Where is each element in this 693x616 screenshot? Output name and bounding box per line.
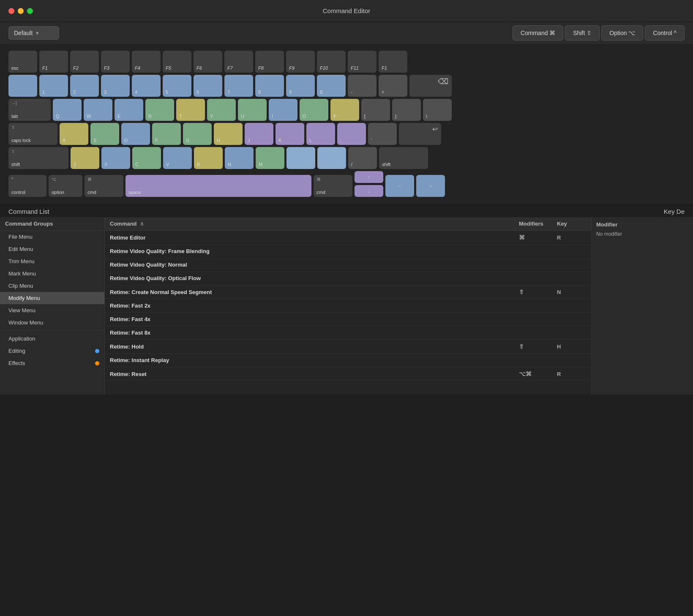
key-f6[interactable]: F6	[194, 51, 222, 73]
key-control[interactable]: ^ control	[8, 175, 46, 197]
group-item-edit-menu[interactable]: Edit Menu	[0, 243, 104, 255]
key-esc[interactable]: esc	[8, 51, 37, 73]
fullscreen-button[interactable]	[27, 8, 33, 14]
table-row[interactable]: Retime: Fast 8x	[105, 326, 592, 340]
option-modifier-btn[interactable]: Option ⌥	[601, 25, 643, 41]
key-rbracket[interactable]: ]	[392, 99, 421, 121]
col-header-key[interactable]: Key	[557, 221, 587, 227]
key-i[interactable]: I	[269, 99, 297, 121]
key-g[interactable]: G	[183, 123, 212, 145]
key-p[interactable]: P	[330, 99, 359, 121]
group-item-modify-menu[interactable]: Modify Menu	[0, 292, 104, 304]
key-f7[interactable]: F7	[224, 51, 253, 73]
key-o[interactable]: O	[300, 99, 328, 121]
key-equals[interactable]: =	[379, 75, 407, 97]
command-modifier-btn[interactable]: Command ⌘	[513, 25, 563, 41]
key-b[interactable]: B	[194, 147, 223, 169]
group-item-application[interactable]: Application	[0, 333, 104, 345]
key-h[interactable]: H	[214, 123, 243, 145]
group-item-file-menu[interactable]: File Menu	[0, 231, 104, 243]
key-c[interactable]: C	[132, 147, 161, 169]
group-item-editing[interactable]: Editing	[0, 345, 104, 357]
key-v[interactable]: V	[163, 147, 192, 169]
key-q[interactable]: Q	[53, 99, 82, 121]
key-minus[interactable]: -	[348, 75, 377, 97]
key-j[interactable]: J	[245, 123, 273, 145]
key-x[interactable]: X	[101, 147, 130, 169]
key-1[interactable]: 1	[39, 75, 68, 97]
key-period[interactable]: .	[317, 147, 346, 169]
key-arr-left[interactable]: ←	[385, 175, 414, 197]
key-slash[interactable]: /	[348, 147, 377, 169]
key-e[interactable]: E	[115, 99, 143, 121]
key-space[interactable]: space	[126, 175, 311, 197]
key-lcmd[interactable]: ⌘ cmd	[85, 175, 123, 197]
key-f8[interactable]: F8	[255, 51, 284, 73]
key-f1[interactable]: F1	[39, 51, 68, 73]
table-row[interactable]: Retime Video Quality: Normal	[105, 258, 592, 272]
preset-select[interactable]: Default ▼	[8, 26, 59, 40]
key-8[interactable]: 8	[255, 75, 284, 97]
group-item-window-menu[interactable]: Window Menu	[0, 316, 104, 329]
key-capslock[interactable]: ⇪ caps lock	[8, 123, 57, 145]
key-w[interactable]: W	[84, 99, 112, 121]
key-f[interactable]: F	[152, 123, 181, 145]
key-arr-down[interactable]: ↓	[355, 185, 383, 197]
table-row[interactable]: Retime: Create Normal Speed Segment ⇧ N	[105, 285, 592, 299]
key-backslash[interactable]: \	[423, 99, 452, 121]
close-button[interactable]	[8, 8, 14, 14]
key-f3[interactable]: F3	[101, 51, 130, 73]
shift-modifier-btn[interactable]: Shift ⇧	[565, 25, 600, 41]
key-f12[interactable]: F1	[379, 51, 407, 73]
key-z[interactable]: Z	[71, 147, 99, 169]
control-modifier-btn[interactable]: Control ^	[645, 25, 685, 41]
table-row[interactable]: Retime: Reset ⌥⌘ R	[105, 367, 592, 381]
key-f9[interactable]: F9	[286, 51, 315, 73]
key-5[interactable]: 5	[163, 75, 191, 97]
key-tab[interactable]: →| tab	[8, 99, 51, 121]
key-s[interactable]: S	[90, 123, 119, 145]
group-item-trim-menu[interactable]: Trim Menu	[0, 255, 104, 267]
key-d[interactable]: D	[121, 123, 150, 145]
key-backtick[interactable]: `	[8, 75, 37, 97]
key-arr-right[interactable]: →	[416, 175, 445, 197]
key-lshift[interactable]: ⇧ shift	[8, 147, 68, 169]
table-row[interactable]: Retime: Hold ⇧ H	[105, 340, 592, 354]
key-f11[interactable]: F11	[348, 51, 377, 73]
key-n[interactable]: N	[225, 147, 254, 169]
key-u[interactable]: U	[238, 99, 267, 121]
table-row[interactable]: Retime: Instant Replay	[105, 354, 592, 367]
key-rcmd[interactable]: ⌘ cmd	[314, 175, 352, 197]
key-2[interactable]: 2	[70, 75, 99, 97]
key-y[interactable]: Y	[207, 99, 236, 121]
key-0[interactable]: 0	[317, 75, 346, 97]
key-semicolon[interactable]: ;	[337, 123, 366, 145]
table-row[interactable]: Retime Video Quality: Optical Flow	[105, 272, 592, 285]
key-lbracket[interactable]: [	[361, 99, 390, 121]
key-6[interactable]: 6	[194, 75, 222, 97]
key-9[interactable]: 9	[286, 75, 315, 97]
key-t[interactable]: T	[176, 99, 205, 121]
table-row[interactable]: Retime Video Quality: Frame Blending	[105, 245, 592, 258]
group-item-clip-menu[interactable]: Clip Menu	[0, 280, 104, 292]
key-3[interactable]: 3	[101, 75, 130, 97]
key-f5[interactable]: F5	[163, 51, 191, 73]
key-arr-up[interactable]: ↑	[355, 171, 383, 183]
key-return[interactable]: ↩	[399, 123, 441, 145]
group-item-mark-menu[interactable]: Mark Menu	[0, 267, 104, 280]
key-backspace[interactable]: ⌫	[409, 75, 452, 97]
key-r[interactable]: R	[145, 99, 174, 121]
key-m[interactable]: M	[256, 147, 284, 169]
key-7[interactable]: 7	[224, 75, 253, 97]
minimize-button[interactable]	[18, 8, 24, 14]
key-rshift[interactable]: shift	[379, 147, 428, 169]
key-f4[interactable]: F4	[132, 51, 161, 73]
key-l[interactable]: L	[306, 123, 335, 145]
key-a[interactable]: A	[60, 123, 88, 145]
table-row[interactable]: Retime: Fast 4x	[105, 313, 592, 326]
table-row[interactable]: Retime: Fast 2x	[105, 299, 592, 313]
key-option[interactable]: ⌥ option	[49, 175, 82, 197]
key-k[interactable]: K	[276, 123, 304, 145]
group-item-view-menu[interactable]: View Menu	[0, 304, 104, 316]
col-header-modifiers[interactable]: Modifiers	[519, 221, 557, 227]
